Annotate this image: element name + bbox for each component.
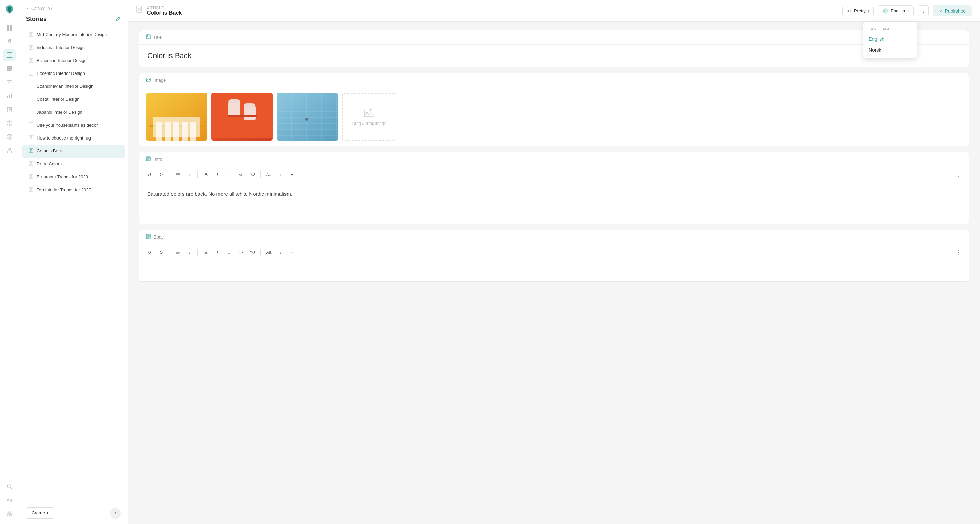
grid-products-icon[interactable] <box>3 63 16 75</box>
code-button[interactable]: <> <box>236 170 245 179</box>
text-down-button[interactable]: ↓ <box>275 170 285 179</box>
sidebar-item-bathroom[interactable]: Bathroom Trends for 2020 <box>22 171 125 183</box>
body-underline-button[interactable]: U <box>224 248 234 257</box>
rocket-icon[interactable] <box>3 35 16 48</box>
edit-title-button[interactable] <box>115 16 121 23</box>
sidebar-item-color[interactable]: Color is Back <box>22 145 125 158</box>
intro-section: Intro ↺ ↻ ↓ B I U <> Aa ↓ <box>139 152 969 224</box>
image-yellow[interactable] <box>146 93 207 140</box>
app-logo[interactable] <box>3 4 16 16</box>
main-content: Article Color is Back Pretty ↓ AR Englis… <box>128 0 980 524</box>
pretty-button[interactable]: Pretty ↓ <box>842 6 874 16</box>
body-bold-button[interactable]: B <box>201 248 211 257</box>
sidebar-item-label: How to choose the right rug <box>37 135 91 141</box>
analytics-icon[interactable] <box>3 90 16 102</box>
redo-button[interactable]: ↻ <box>156 170 166 179</box>
create-button[interactable]: Create + <box>26 507 54 519</box>
pretty-arrow: ↓ <box>868 9 870 13</box>
sidebar-header: ← Catalogue / <box>19 0 127 16</box>
italic-button[interactable]: I <box>213 170 222 179</box>
media-icon[interactable] <box>3 76 16 88</box>
sidebar-item-japandi[interactable]: Japandi Interior Design <box>22 106 125 119</box>
sidebar-item-label: Top Interior Trends for 2020 <box>37 187 91 193</box>
translate-icon[interactable]: AR <box>3 494 16 506</box>
search-icon[interactable] <box>3 481 16 493</box>
published-button[interactable]: ✓ Published <box>933 5 972 16</box>
svg-rect-21 <box>11 94 11 98</box>
body-align-down-button[interactable]: ↓ <box>185 248 194 257</box>
body-section: Body ↺ ↻ ↓ B I U <> Aa ↓ <box>139 230 969 282</box>
story-icon <box>29 123 33 128</box>
image-drop-zone[interactable]: Drag & drop image <box>342 93 396 140</box>
body-code-button[interactable]: <> <box>236 248 245 257</box>
orange-image <box>211 93 272 140</box>
undo-button[interactable]: ↺ <box>145 170 154 179</box>
topbar-left: Article Color is Back <box>136 6 182 16</box>
sidebar-item-eccentric[interactable]: Eccentric Interior Design <box>22 67 125 80</box>
svg-rect-17 <box>7 81 12 84</box>
svg-rect-1 <box>10 25 12 27</box>
body-undo-button[interactable]: ↺ <box>145 248 154 257</box>
users-icon[interactable] <box>3 144 16 156</box>
intro-text[interactable]: Saturated colors are back. No more all w… <box>139 183 969 224</box>
reports-icon[interactable] <box>3 131 16 143</box>
back-button[interactable]: ← <box>26 5 31 11</box>
dashboard-icon[interactable] <box>3 22 16 34</box>
sidebar-item-houseplants[interactable]: Use your houseplants as decor <box>22 119 125 132</box>
lang-option-english[interactable]: English <box>863 34 917 45</box>
sidebar-item-scandinavian[interactable]: Scandinavian Interior Design <box>22 80 125 93</box>
image-blue[interactable] <box>277 93 338 140</box>
body-text-down-button[interactable]: ↓ <box>275 248 285 257</box>
settings-icon[interactable] <box>3 508 16 520</box>
svg-rect-11 <box>11 66 12 68</box>
svg-rect-112 <box>277 93 338 140</box>
align-button[interactable] <box>173 170 182 179</box>
underline-button[interactable]: U <box>224 170 234 179</box>
box-icon[interactable] <box>3 117 16 129</box>
text-size-button[interactable]: Aa <box>264 170 274 179</box>
body-align-button[interactable] <box>173 248 182 257</box>
story-icon <box>29 174 33 180</box>
body-redo-button[interactable]: ↻ <box>156 248 166 257</box>
body-text-size-button[interactable]: Aa <box>264 248 274 257</box>
stories-icon[interactable] <box>3 49 16 61</box>
add-button[interactable]: + <box>287 170 297 179</box>
image-orange[interactable] <box>211 93 272 140</box>
sidebar-item-label: Scandinavian Interior Design <box>37 84 93 89</box>
article-title-value[interactable]: Color is Back <box>139 45 969 67</box>
align-down-button[interactable]: ↓ <box>185 170 194 179</box>
more-options-button[interactable]: ⋮ <box>918 5 929 16</box>
sidebar-item-label: Industrial Interior Design <box>37 45 85 51</box>
sidebar-item-top-trends[interactable]: Top Interior Trends for 2020 <box>22 184 125 196</box>
story-icon <box>29 71 33 76</box>
lang-option-norsk[interactable]: Norsk <box>863 45 917 56</box>
body-text[interactable] <box>139 261 969 281</box>
sidebar-item-label: Eccentric Interior Design <box>37 71 85 76</box>
svg-point-107 <box>228 99 240 103</box>
body-more-button[interactable]: ⋮ <box>954 248 963 257</box>
sidebar-item-mid-century[interactable]: Mid-Century Modern Interior Design <box>22 29 125 41</box>
sidebar-item-costal[interactable]: Costal Interior Design <box>22 93 125 106</box>
sidebar-item-rug[interactable]: How to choose the right rug <box>22 132 125 145</box>
body-italic-button[interactable]: I <box>213 248 222 257</box>
body-link-button[interactable] <box>247 248 257 257</box>
sidebar-item-bohemian[interactable]: Bohemian Interior Design <box>22 54 125 67</box>
check-icon: ✓ <box>939 8 943 14</box>
language-button[interactable]: AR English ↑ <box>878 5 913 16</box>
svg-rect-2 <box>7 28 9 30</box>
body-toolbar: ↺ ↻ ↓ B I U <> Aa ↓ + ⋮ <box>139 244 969 261</box>
svg-rect-108 <box>243 106 256 120</box>
sidebar-story-list: Mid-Century Modern Interior Design Indus… <box>19 27 127 502</box>
svg-line-33 <box>118 18 119 18</box>
sidebar-item-retro[interactable]: Retro Colors <box>22 158 125 170</box>
link-button[interactable] <box>247 170 257 179</box>
svg-point-91 <box>847 10 848 11</box>
sidebar-item-industrial[interactable]: Industrial Interior Design <box>22 41 125 54</box>
sidebar-item-label: Color is Back <box>37 148 63 154</box>
bold-button[interactable]: B <box>201 170 211 179</box>
story-icon <box>29 45 33 51</box>
collapse-sidebar-button[interactable]: ‹ <box>110 508 121 519</box>
orders-icon[interactable] <box>3 104 16 116</box>
body-add-button[interactable]: + <box>287 248 297 257</box>
more-toolbar-button[interactable]: ⋮ <box>954 170 963 179</box>
